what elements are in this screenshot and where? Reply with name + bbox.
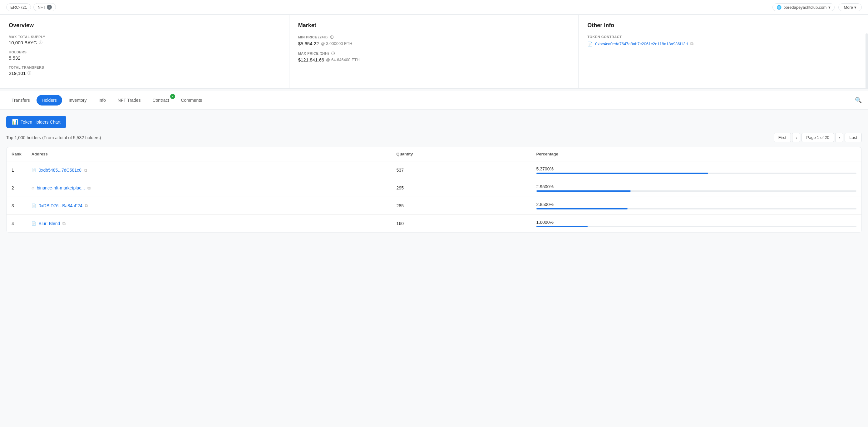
- tab-info[interactable]: Info: [93, 95, 111, 105]
- transfers-label: TOTAL TRANSFERS: [9, 66, 280, 69]
- token-holders-chart-button[interactable]: 📊 Token Holders Chart: [6, 116, 66, 128]
- quantity-cell: 160: [392, 215, 531, 233]
- max-price-value: $121,841.66 @ 64.646400 ETH: [298, 57, 570, 62]
- copy-icon[interactable]: ⧉: [62, 221, 66, 226]
- chevron-down-icon: ▾: [854, 5, 857, 10]
- tab-transfers[interactable]: Transfers: [6, 95, 35, 105]
- table-row: 3📄0xDBfD76...Ba84aF24⧉2852.8500%: [6, 197, 862, 215]
- globe-icon: 🌐: [777, 5, 781, 10]
- holders-header: Top 1,000 holders (From a total of 5,532…: [6, 133, 862, 142]
- tab-inventory[interactable]: Inventory: [63, 95, 92, 105]
- document-icon: 📄: [587, 41, 593, 46]
- tab-comments[interactable]: Comments: [176, 95, 207, 105]
- website-link[interactable]: 🌐 boredapeyachtclub.com ▾: [772, 3, 835, 11]
- percentage-bar: [536, 226, 588, 227]
- contract-address: 📄 0xbc4ca0eda7647a8ab7c2061c2e118a18a936…: [587, 41, 859, 46]
- table-row: 2◇binance-nft-marketplac...⧉2952.9500%: [6, 179, 862, 197]
- chart-icon: 📊: [12, 119, 18, 125]
- transfers-info-icon[interactable]: ⓘ: [28, 70, 31, 76]
- copy-icon[interactable]: ⧉: [87, 186, 91, 191]
- tab-contract[interactable]: Contract ✓: [147, 95, 174, 105]
- col-quantity: Quantity: [392, 147, 531, 161]
- nft-badge: NFT i: [33, 3, 56, 11]
- chevron-down-icon: ▾: [828, 5, 831, 10]
- erc-badge: ERC-721: [6, 3, 31, 11]
- token-contract-label: TOKEN CONTRACT: [587, 35, 859, 39]
- address-link[interactable]: binance-nft-marketplac...: [37, 186, 85, 190]
- percentage-bar-bg: [536, 173, 857, 174]
- min-price-info-icon[interactable]: ⓘ: [330, 35, 334, 39]
- col-percentage: Percentage: [531, 147, 862, 161]
- pagination: First ‹ Page 1 of 20 › Last: [774, 133, 862, 142]
- holders-description: Top 1,000 holders (From a total of 5,532…: [6, 135, 101, 140]
- overview-card: Overview MAX TOTAL SUPPLY 10,000 BAYC ⓘ …: [0, 15, 289, 88]
- top-bar: ERC-721 NFT i 🌐 boredapeyachtclub.com ▾ …: [0, 0, 868, 15]
- nft-badge-label: NFT: [37, 5, 45, 10]
- transfers-value: 219,101 ⓘ: [9, 70, 280, 76]
- tabs: Transfers Holders Inventory Info NFT Tra…: [6, 95, 207, 105]
- nft-info-icon[interactable]: i: [47, 5, 52, 10]
- percentage-cell: 2.8500%: [531, 197, 862, 215]
- address-link[interactable]: Blur: Blend: [39, 221, 60, 226]
- copy-icon[interactable]: ⧉: [84, 168, 87, 173]
- min-price-label: MIN PRICE (24H) ⓘ: [298, 35, 570, 40]
- percentage-bar: [536, 208, 628, 209]
- last-page-button[interactable]: Last: [845, 133, 862, 142]
- max-supply-info-icon[interactable]: ⓘ: [39, 40, 42, 45]
- percentage-bar-bg: [536, 190, 857, 192]
- more-label: More: [844, 5, 853, 10]
- max-price-info-icon[interactable]: ⓘ: [331, 52, 335, 55]
- chart-btn-label: Token Holders Chart: [21, 120, 61, 125]
- other-info-title: Other Info: [587, 22, 859, 29]
- percentage-value: 2.8500%: [536, 202, 857, 207]
- address-cell: ◇binance-nft-marketplac...⧉: [27, 179, 392, 197]
- top-bar-left: ERC-721 NFT i: [6, 3, 56, 11]
- search-button[interactable]: 🔍: [855, 97, 862, 104]
- quantity-cell: 537: [392, 161, 531, 179]
- website-url: boredapeyachtclub.com: [783, 5, 827, 10]
- market-title: Market: [298, 22, 570, 29]
- contract-verified-badge: ✓: [170, 94, 175, 99]
- scrollbar[interactable]: [866, 33, 868, 88]
- prev-page-button[interactable]: ‹: [792, 133, 800, 142]
- percentage-bar-bg: [536, 208, 857, 209]
- cards-container: Overview MAX TOTAL SUPPLY 10,000 BAYC ⓘ …: [0, 15, 868, 89]
- address-cell: 📄0xdb5485...7dC581c0⧉: [27, 161, 392, 179]
- tab-nft-trades[interactable]: NFT Trades: [113, 95, 146, 105]
- copy-icon[interactable]: ⧉: [85, 203, 88, 208]
- address-link[interactable]: 0xdb5485...7dC581c0: [39, 168, 82, 173]
- page-info: Page 1 of 20: [802, 133, 834, 142]
- next-page-button[interactable]: ›: [835, 133, 843, 142]
- table-header-row: Rank Address Quantity Percentage: [6, 147, 862, 161]
- document-icon: 📄: [32, 203, 36, 208]
- tabs-bar: Transfers Holders Inventory Info NFT Tra…: [0, 91, 868, 109]
- more-button[interactable]: More ▾: [838, 3, 862, 11]
- tab-holders[interactable]: Holders: [36, 95, 62, 105]
- main-content: 📊 Token Holders Chart Top 1,000 holders …: [0, 109, 868, 239]
- holders-table: Rank Address Quantity Percentage 1📄0xdb5…: [6, 147, 862, 232]
- rank-cell: 3: [6, 197, 27, 215]
- holders-table-wrapper: Rank Address Quantity Percentage 1📄0xdb5…: [6, 147, 862, 233]
- percentage-cell: 1.6000%: [531, 215, 862, 233]
- address-link[interactable]: 0xDBfD76...Ba84aF24: [39, 203, 83, 208]
- rank-cell: 4: [6, 215, 27, 233]
- rank-cell: 2: [6, 179, 27, 197]
- overview-title: Overview: [9, 22, 280, 29]
- contract-address-link[interactable]: 0xbc4ca0eda7647a8ab7c2061c2e118a18a936f1…: [595, 41, 687, 46]
- percentage-bar-bg: [536, 226, 857, 227]
- min-price-value: $5,654.22 @ 3.000000 ETH: [298, 41, 570, 46]
- percentage-cell: 5.3700%: [531, 161, 862, 179]
- market-card: Market MIN PRICE (24H) ⓘ $5,654.22 @ 3.0…: [289, 15, 579, 88]
- other-info-card: Other Info TOKEN CONTRACT 📄 0xbc4ca0eda7…: [579, 15, 868, 88]
- holders-value: 5,532: [9, 55, 280, 61]
- quantity-cell: 285: [392, 197, 531, 215]
- max-supply-label: MAX TOTAL SUPPLY: [9, 35, 280, 39]
- erc-badge-label: ERC-721: [10, 5, 27, 10]
- holders-label: HOLDERS: [9, 50, 280, 54]
- first-page-button[interactable]: First: [774, 133, 791, 142]
- copy-icon[interactable]: ⧉: [690, 41, 693, 46]
- max-price-label: MAX PRICE (24H) ⓘ: [298, 51, 570, 56]
- document-icon: 📄: [32, 168, 36, 172]
- percentage-value: 2.9500%: [536, 184, 857, 189]
- address-cell: 📄0xDBfD76...Ba84aF24⧉: [27, 197, 392, 215]
